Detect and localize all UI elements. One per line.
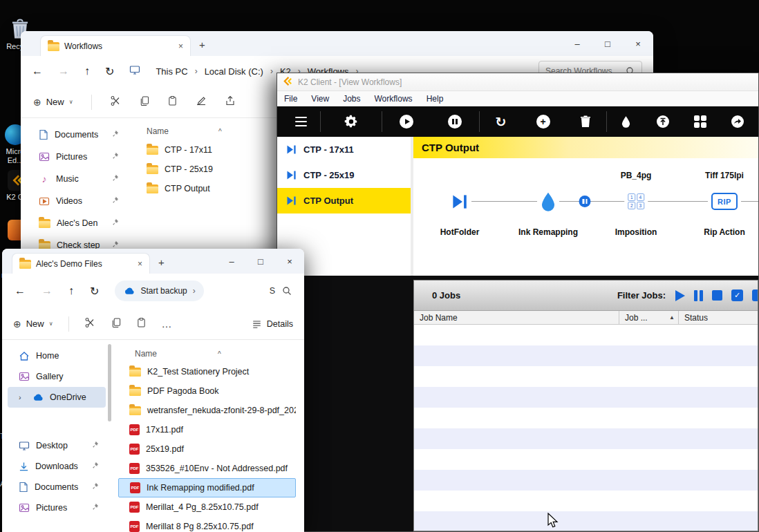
column-header-name[interactable]: Name ^ — [118, 345, 304, 362]
sidebar-scrollbar[interactable] — [108, 344, 111, 421]
tab-workflows[interactable]: Workflows × — [40, 35, 191, 56]
filter-checkbox-icon[interactable]: ✓ — [731, 289, 743, 301]
upload-button[interactable] — [644, 115, 682, 129]
sidebar-item-videos[interactable]: Videos — [21, 190, 129, 212]
menu-file[interactable]: File — [277, 94, 304, 104]
sidebar-item-downloads[interactable]: Downloads — [8, 456, 106, 477]
filter-pause-icon[interactable] — [694, 290, 703, 301]
close-button[interactable]: × — [623, 31, 653, 56]
up-button[interactable]: ↑ — [68, 285, 74, 297]
expander-chevron-icon[interactable]: › — [19, 393, 26, 401]
back-button[interactable]: ← — [15, 285, 26, 297]
sidebar-item-desktop[interactable]: Desktop — [8, 435, 106, 456]
tab-close-icon[interactable]: × — [132, 259, 142, 269]
tab-demo-files[interactable]: Alec's Demo Files × — [12, 253, 150, 274]
start-backup-button[interactable]: Start backup › — [115, 281, 203, 301]
paste-button[interactable] — [167, 95, 178, 109]
column-status[interactable]: Status — [679, 311, 758, 324]
chevron-right-icon[interactable]: › — [195, 66, 198, 76]
pause-badge-icon[interactable] — [579, 196, 591, 207]
new-tab-button[interactable]: + — [158, 256, 165, 268]
sidebar-item-gallery[interactable]: Gallery — [8, 366, 106, 387]
menu-jobs[interactable]: Jobs — [336, 94, 367, 104]
sidebar-item-onedrive[interactable]: › OneDrive — [8, 387, 106, 408]
minimize-button[interactable]: – — [562, 31, 592, 56]
file-row[interactable]: 25x19.pdf — [118, 439, 296, 459]
imposition-node[interactable]: 1423 — [624, 189, 648, 214]
menu-toggle-button[interactable] — [281, 117, 320, 127]
add-button[interactable]: + — [522, 115, 564, 129]
sidebar-item-documents[interactable]: Documents — [21, 124, 129, 146]
up-button[interactable]: ↑ — [84, 65, 90, 77]
column-job-number[interactable]: Job ... ▲ — [619, 311, 679, 324]
file-row[interactable]: Merillat 8 Pg 8.25x10.75.pdf — [118, 517, 296, 532]
file-row[interactable]: PDF Pagoda Book — [118, 381, 296, 401]
workflow-item-selected[interactable]: CTP Output — [277, 188, 411, 213]
file-row[interactable]: 353526_#10Env - Not Addressed.pdf — [118, 459, 296, 478]
forward-button[interactable]: → — [58, 65, 69, 77]
back-button[interactable]: ← — [32, 65, 43, 77]
new-button[interactable]: ⊕ New ∨ — [13, 319, 53, 330]
sidebar-item-pictures[interactable]: Pictures — [21, 146, 129, 168]
sidebar-item-label: Alec's Den — [57, 218, 97, 228]
ink-button[interactable] — [607, 116, 644, 128]
copy-button[interactable] — [111, 317, 121, 331]
sidebar-item-label: Documents — [35, 482, 78, 492]
sidebar-item-music[interactable]: ♪ Music — [21, 168, 129, 190]
rename-button[interactable] — [196, 95, 207, 109]
breadcrumb-local-disk[interactable]: Local Disk (C:) — [205, 66, 263, 77]
maximize-button[interactable]: □ — [592, 31, 623, 56]
node-annotation: PB_4pg — [621, 171, 652, 180]
sidebar-item-alecs-den[interactable]: Alec's Den — [21, 212, 129, 234]
rip-action-node[interactable]: RIP — [708, 189, 741, 214]
search-input[interactable]: S — [270, 286, 292, 296]
forward-button[interactable]: → — [41, 285, 53, 297]
file-row-selected[interactable]: Ink Remapping modified.pdf — [118, 478, 296, 497]
sidebar-item-documents[interactable]: Documents — [8, 477, 106, 497]
menu-help[interactable]: Help — [420, 94, 451, 104]
filter-play-icon[interactable] — [675, 290, 685, 301]
new-tab-button[interactable]: + — [199, 39, 205, 50]
tab-close-icon[interactable]: × — [173, 41, 183, 51]
column-job-name[interactable]: Job Name — [414, 311, 619, 324]
workflow-item-label: CTP - 25x19 — [303, 170, 354, 180]
file-row[interactable]: Merillat_4 Pg_8.25x10.75.pdf — [118, 497, 296, 517]
copy-button[interactable] — [139, 95, 149, 109]
file-row[interactable]: 17x11.pdf — [118, 420, 296, 439]
workflow-item[interactable]: CTP - 25x19 — [277, 162, 411, 188]
minimize-button[interactable]: – — [217, 249, 246, 274]
refresh-button[interactable]: ↻ — [90, 285, 99, 298]
delete-button[interactable] — [564, 115, 606, 128]
filter-stop-icon[interactable] — [712, 290, 722, 301]
menu-view[interactable]: View — [304, 94, 336, 104]
start-button[interactable] — [382, 115, 431, 129]
hotfolder-node[interactable] — [448, 189, 471, 214]
settings-button[interactable] — [321, 114, 382, 129]
pause-button[interactable] — [431, 115, 479, 129]
share-button[interactable] — [225, 95, 236, 109]
file-row[interactable]: wetransfer_nekuda-zfonit-29-8-pdf_2025 — [118, 401, 296, 420]
refresh-button[interactable]: ↻ — [480, 114, 522, 130]
jobs-table-body[interactable] — [414, 325, 758, 531]
maximize-button[interactable]: □ — [246, 249, 275, 274]
chevron-right-icon[interactable]: › — [270, 66, 273, 76]
sidebar-item-pictures[interactable]: Pictures — [8, 497, 106, 518]
new-button[interactable]: ⊕ New ∨ — [33, 97, 73, 108]
refresh-button[interactable]: ↻ — [105, 65, 114, 78]
export-button[interactable] — [719, 115, 756, 129]
more-options-button[interactable]: … — [162, 318, 172, 330]
menu-workflows[interactable]: Workflows — [368, 94, 420, 104]
ink-remapping-node[interactable] — [537, 189, 559, 214]
filter-clipped-icon[interactable] — [752, 289, 758, 301]
modules-button[interactable] — [682, 115, 719, 129]
close-button[interactable]: × — [275, 249, 304, 274]
breadcrumb-this-pc[interactable]: This PC — [156, 66, 187, 77]
file-row[interactable]: K2_Test Stationery Project — [118, 362, 296, 381]
sidebar-item-home[interactable]: Home — [8, 345, 106, 366]
titlebar[interactable]: K2 Client - [View Workflows] — [277, 73, 758, 91]
cut-button[interactable] — [84, 317, 95, 331]
workflow-item[interactable]: CTP - 17x11 — [277, 137, 411, 162]
details-view-button[interactable]: Details — [252, 319, 293, 329]
paste-button[interactable] — [136, 317, 147, 331]
cut-button[interactable] — [110, 95, 121, 109]
